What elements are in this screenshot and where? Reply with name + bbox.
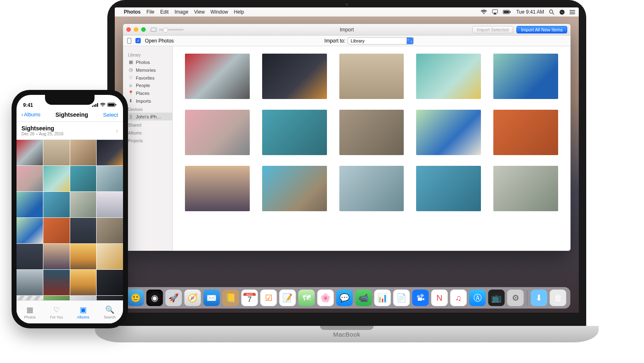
- menu-help[interactable]: Help: [234, 9, 244, 15]
- album-grid[interactable]: [17, 140, 123, 321]
- photo-thumb[interactable]: [17, 244, 43, 269]
- dock-photos[interactable]: 🌸: [317, 290, 334, 306]
- photo-thumb[interactable]: [97, 270, 123, 295]
- import-to-select[interactable]: Library ⌃⌄: [348, 37, 414, 45]
- photo-thumb[interactable]: [17, 270, 43, 295]
- sidebar-toggle[interactable]: [151, 28, 156, 32]
- photo-thumb[interactable]: [97, 218, 123, 243]
- siri-icon[interactable]: [559, 9, 565, 15]
- import-thumb[interactable]: [185, 110, 250, 155]
- menu-window[interactable]: Window: [211, 9, 228, 15]
- select-button[interactable]: Select: [103, 112, 118, 118]
- dock-finder[interactable]: 🙂: [128, 290, 144, 306]
- dock-safari[interactable]: 🧭: [185, 290, 201, 306]
- window-titlebar[interactable]: Import Import Selected Import All New It…: [123, 24, 571, 35]
- photo-thumb[interactable]: [70, 192, 97, 217]
- tab-albums[interactable]: ▣ Albums: [70, 301, 97, 323]
- import-thumb[interactable]: [262, 54, 327, 99]
- sidebar-item-places[interactable]: 📍Places: [123, 89, 172, 97]
- dock-calendar[interactable]: AUG 7: [242, 290, 258, 306]
- photo-thumb[interactable]: [97, 166, 123, 191]
- photo-thumb[interactable]: [17, 140, 43, 165]
- menu-image[interactable]: Image: [175, 9, 188, 15]
- dock-appstore[interactable]: Ⓐ: [469, 290, 486, 306]
- import-thumb[interactable]: [339, 54, 404, 99]
- notification-center-icon[interactable]: [570, 10, 575, 14]
- photo-thumb[interactable]: [70, 270, 97, 295]
- import-thumb[interactable]: [493, 54, 558, 99]
- import-thumb[interactable]: [339, 110, 404, 155]
- dock-siri[interactable]: ◉: [147, 290, 163, 306]
- zoom-button[interactable]: [141, 27, 146, 32]
- sidebar-item-imports[interactable]: ⬇Imports: [123, 97, 172, 105]
- import-thumb[interactable]: [262, 110, 327, 155]
- photo-thumb[interactable]: [43, 192, 70, 217]
- photo-thumb[interactable]: [97, 244, 123, 269]
- tab-photos[interactable]: ▦ Photos: [17, 301, 43, 323]
- import-thumb[interactable]: [493, 110, 558, 155]
- airplay-icon[interactable]: [492, 9, 498, 14]
- album-header[interactable]: Sightseeing Dec 26 – Aug 25, 2016 ›: [17, 122, 123, 140]
- import-thumb[interactable]: [416, 54, 481, 99]
- spotlight-icon[interactable]: [549, 9, 554, 15]
- wifi-icon[interactable]: [481, 9, 487, 14]
- sidebar-item-people[interactable]: ☺People: [123, 82, 172, 89]
- photo-thumb[interactable]: [43, 140, 70, 165]
- dock-messages[interactable]: 💬: [336, 290, 353, 306]
- minimize-button[interactable]: [134, 27, 138, 32]
- close-button[interactable]: [126, 27, 131, 32]
- import-thumb[interactable]: [416, 166, 481, 211]
- dock-reminders[interactable]: ☑: [260, 290, 277, 306]
- dock-mail[interactable]: ✉️: [204, 290, 220, 306]
- photo-thumb[interactable]: [70, 166, 97, 191]
- dock-maps[interactable]: 🗺: [298, 290, 315, 306]
- import-thumb[interactable]: [262, 166, 327, 211]
- dock-pages[interactable]: 📄: [393, 290, 410, 306]
- photo-thumb[interactable]: [43, 166, 70, 191]
- sidebar-item-device[interactable]: ▯John's iPh…: [123, 113, 172, 120]
- dock-settings[interactable]: ⚙: [507, 290, 524, 306]
- dock-music[interactable]: ♫: [450, 290, 467, 306]
- import-thumb[interactable]: [185, 166, 250, 211]
- menu-edit[interactable]: Edit: [160, 9, 169, 15]
- battery-icon[interactable]: [503, 10, 511, 14]
- import-thumb[interactable]: [339, 166, 404, 211]
- menu-view[interactable]: View: [194, 9, 205, 15]
- menubar-clock[interactable]: Tue 9:41 AM: [516, 9, 544, 15]
- photo-thumb[interactable]: [17, 166, 43, 191]
- photo-thumb[interactable]: [43, 270, 70, 295]
- dock-news[interactable]: N: [431, 290, 448, 306]
- import-thumb[interactable]: [185, 54, 250, 99]
- sidebar-item-favorites[interactable]: ♡Favorites: [123, 74, 172, 82]
- dock-trash[interactable]: 🗑: [550, 290, 566, 306]
- photo-thumb[interactable]: [97, 192, 123, 217]
- photo-thumb[interactable]: [17, 192, 43, 217]
- dock-tv[interactable]: 📺: [488, 290, 505, 306]
- dock-keynote[interactable]: 📽: [412, 290, 429, 306]
- photo-thumb[interactable]: [70, 218, 97, 243]
- photo-thumb[interactable]: [70, 244, 97, 269]
- photo-thumb[interactable]: [97, 140, 123, 165]
- photo-thumb[interactable]: [70, 140, 97, 165]
- photo-thumb[interactable]: [43, 218, 70, 243]
- app-menu[interactable]: Photos: [124, 9, 141, 15]
- menu-file[interactable]: File: [147, 9, 154, 15]
- photo-thumb[interactable]: [17, 218, 43, 243]
- import-grid[interactable]: [173, 46, 571, 251]
- tab-search[interactable]: 🔍 Search: [97, 301, 123, 323]
- open-photos-checkbox[interactable]: ✓: [135, 38, 141, 43]
- dock-downloads[interactable]: ⬇: [531, 290, 547, 306]
- back-button[interactable]: ‹ Albums: [21, 112, 40, 118]
- import-all-button[interactable]: Import All New Items: [516, 26, 567, 33]
- dock-notes[interactable]: 📝: [279, 290, 296, 306]
- sidebar-item-photos[interactable]: ▦Photos: [123, 58, 172, 66]
- dock-facetime[interactable]: 📹: [355, 290, 372, 306]
- dock-numbers[interactable]: 📊: [374, 290, 391, 306]
- photo-thumb[interactable]: [43, 244, 70, 269]
- dock-contacts[interactable]: 📒: [223, 290, 239, 306]
- import-thumb[interactable]: [493, 166, 558, 211]
- sidebar-item-memories[interactable]: ◷Memories: [123, 66, 172, 74]
- import-thumb[interactable]: [416, 110, 481, 155]
- dock-launchpad[interactable]: 🚀: [166, 290, 182, 306]
- tab-for-you[interactable]: ♡ For You: [43, 301, 70, 323]
